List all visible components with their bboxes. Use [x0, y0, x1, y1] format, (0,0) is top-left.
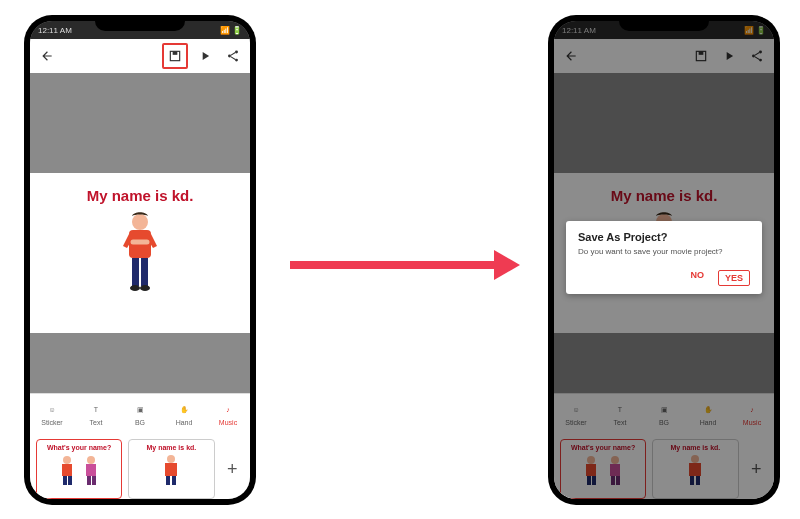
clip-thumb-icon [49, 451, 109, 487]
dialog-yes-button[interactable]: YES [718, 270, 750, 286]
tool-music[interactable]: ♪ Music [206, 403, 250, 426]
tool-text[interactable]: T Text [74, 403, 118, 426]
canvas-area[interactable]: My name is kd. [30, 173, 250, 333]
svg-rect-18 [92, 476, 96, 485]
filmstrip: What's your name? My name is kd. + [30, 434, 250, 499]
tool-label: Text [90, 419, 103, 426]
music-icon: ♪ [221, 403, 235, 417]
hand-icon: ✋ [177, 403, 191, 417]
character-boy-icon [115, 210, 165, 294]
svg-point-10 [140, 285, 150, 291]
phone-before: 12:11 AM 📶 🔋 [24, 15, 256, 505]
tool-label: Music [219, 419, 237, 426]
tool-sticker[interactable]: ☺ Sticker [30, 403, 74, 426]
tool-label: Sticker [41, 419, 62, 426]
svg-rect-8 [141, 258, 148, 286]
svg-point-9 [130, 285, 140, 291]
svg-point-15 [87, 456, 95, 464]
svg-rect-21 [166, 476, 170, 485]
sticker-icon: ☺ [45, 403, 59, 417]
tool-label: Hand [176, 419, 193, 426]
canvas-caption: My name is kd. [87, 187, 194, 204]
screen-before: 12:11 AM 📶 🔋 [30, 21, 250, 499]
svg-point-19 [167, 455, 175, 463]
toolbar: ☺ Sticker T Text ▣ BG ✋ Hand ♪ Music [30, 393, 250, 434]
svg-point-5 [132, 214, 148, 230]
svg-rect-13 [63, 476, 67, 485]
arrow-icon [290, 245, 520, 285]
back-button[interactable] [36, 45, 58, 67]
svg-rect-16 [86, 464, 96, 476]
status-time: 12:11 AM [38, 26, 72, 35]
svg-rect-20 [165, 463, 177, 476]
svg-rect-22 [172, 476, 176, 485]
svg-rect-12 [62, 464, 72, 476]
save-project-dialog: Save As Project? Do you want to save you… [566, 221, 762, 294]
clip-caption: My name is kd. [146, 444, 196, 451]
bg-icon: ▣ [133, 403, 147, 417]
clip-2[interactable]: My name is kd. [128, 439, 214, 499]
status-icons: 📶 🔋 [220, 26, 242, 35]
clip-thumb-icon [151, 451, 191, 487]
clip-caption: What's your name? [47, 444, 111, 451]
phone-notch [619, 15, 709, 31]
dialog-title: Save As Project? [578, 231, 750, 243]
canvas-top-gray [30, 73, 250, 173]
canvas-bottom-gray [30, 333, 250, 393]
screen-after: 12:11 AM 📶 🔋 [554, 21, 774, 499]
tool-label: BG [135, 419, 145, 426]
add-clip-button[interactable]: + [221, 459, 245, 480]
app-bar [30, 39, 250, 73]
dialog-no-button[interactable]: NO [690, 270, 704, 286]
svg-rect-1 [173, 51, 178, 55]
text-icon: T [89, 403, 103, 417]
svg-rect-17 [87, 476, 91, 485]
share-button[interactable] [222, 45, 244, 67]
phone-notch [95, 15, 185, 31]
save-project-button[interactable] [162, 43, 188, 69]
tool-hand[interactable]: ✋ Hand [162, 403, 206, 426]
svg-rect-7 [132, 258, 139, 286]
clip-1[interactable]: What's your name? [36, 439, 122, 499]
tool-bg[interactable]: ▣ BG [118, 403, 162, 426]
svg-rect-14 [68, 476, 72, 485]
dialog-body: Do you want to save your movie project? [578, 247, 750, 256]
play-button[interactable] [194, 45, 216, 67]
svg-point-11 [63, 456, 71, 464]
phone-after: 12:11 AM 📶 🔋 [548, 15, 780, 505]
tutorial-two-step: 12:11 AM 📶 🔋 [0, 0, 800, 519]
